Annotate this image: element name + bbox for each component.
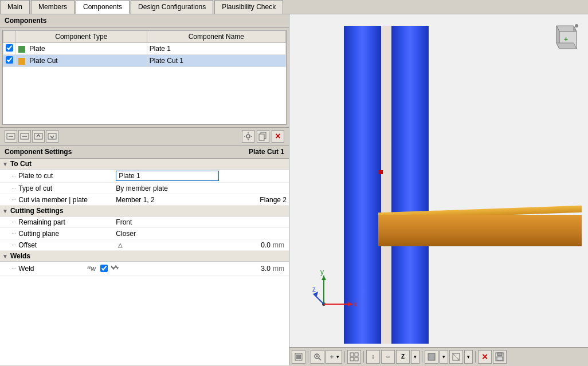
add-component-button[interactable] bbox=[5, 130, 17, 143]
svg-rect-12 bbox=[259, 134, 264, 140]
weld-sub-icon: aw bbox=[87, 263, 96, 273]
svg-rect-48 bbox=[497, 353, 502, 356]
table-row[interactable]: Plate Cut Plate Cut 1 bbox=[3, 55, 286, 67]
svg-marker-27 bbox=[322, 276, 326, 280]
copy-icon bbox=[258, 132, 268, 141]
svg-text:+: + bbox=[564, 36, 568, 44]
copy-button[interactable] bbox=[257, 130, 269, 143]
viewport-bottom-toolbar: ▾ ↕ ↔ Z ▾ bbox=[289, 347, 588, 365]
zoom-dropdown-button[interactable]: ▾ bbox=[326, 350, 342, 364]
row-name-2: Plate Cut 1 bbox=[147, 55, 285, 67]
tab-components[interactable]: Components bbox=[76, 0, 130, 14]
standard-view-button[interactable] bbox=[347, 350, 361, 364]
components-section-header: Components bbox=[0, 14, 289, 27]
tab-plausibility-check[interactable]: Plausibility Check bbox=[214, 0, 283, 14]
move-up-icon bbox=[34, 132, 43, 141]
value-remaining-part: Front bbox=[116, 218, 287, 226]
svg-point-8 bbox=[248, 139, 249, 140]
settings-header: Component Settings Plate Cut 1 bbox=[0, 145, 289, 159]
settings-title: Component Settings bbox=[5, 148, 72, 156]
3d-viewport[interactable]: + bbox=[289, 14, 588, 347]
label-cutting-plane: Cutting plane bbox=[18, 230, 116, 238]
toolbar-left-buttons bbox=[5, 130, 58, 143]
svg-text:y: y bbox=[320, 270, 324, 276]
wireframe-button[interactable] bbox=[449, 350, 463, 364]
navigation-cube[interactable]: + bbox=[548, 20, 582, 54]
z-view-dropdown[interactable]: ▾ bbox=[411, 350, 420, 364]
render-mode-dropdown[interactable]: ▾ bbox=[440, 350, 448, 364]
fit-view-button[interactable] bbox=[292, 350, 305, 364]
weld-checkbox[interactable] bbox=[100, 265, 108, 272]
blue-column-right bbox=[391, 26, 429, 344]
row-check-2[interactable] bbox=[3, 55, 16, 67]
orange-plate-main bbox=[378, 215, 582, 246]
row-check-1[interactable] bbox=[3, 43, 16, 55]
delete-button[interactable]: × bbox=[272, 130, 284, 143]
move-up-button[interactable] bbox=[32, 130, 45, 143]
svg-marker-19 bbox=[556, 43, 577, 49]
separator-2 bbox=[344, 351, 345, 363]
input-plate-to-cut[interactable] bbox=[116, 171, 219, 181]
label-cut-via-member: Cut via member | plate bbox=[18, 196, 116, 204]
wireframe-dropdown[interactable]: ▾ bbox=[464, 350, 473, 364]
weld-symbol-icon bbox=[110, 263, 120, 274]
row-offset: ··· Offset △ 0.0 mm bbox=[0, 239, 289, 251]
remove-component-button[interactable] bbox=[18, 130, 31, 143]
row-cutting-plane: ··· Cutting plane Closer bbox=[0, 228, 289, 239]
column-gap bbox=[381, 26, 391, 344]
zoom-extents-button[interactable] bbox=[311, 350, 324, 364]
red-selection-dot bbox=[379, 170, 383, 174]
svg-point-7 bbox=[248, 132, 249, 133]
tab-design-configurations[interactable]: Design Configurations bbox=[131, 0, 213, 14]
svg-rect-42 bbox=[350, 357, 354, 361]
svg-point-6 bbox=[246, 135, 250, 138]
z-view-button[interactable]: Z bbox=[396, 350, 410, 364]
save-view-button[interactable] bbox=[493, 350, 507, 364]
separator-3 bbox=[363, 351, 364, 363]
toggle-cutting-settings: ▼ bbox=[2, 208, 8, 214]
x-view-button[interactable]: ↕ bbox=[366, 350, 380, 364]
y-view-button[interactable]: ↔ bbox=[381, 350, 395, 364]
svg-rect-40 bbox=[350, 353, 354, 356]
row-type-2: Plate Cut bbox=[16, 55, 147, 67]
label-remaining-part: Remaining part bbox=[18, 218, 116, 226]
group-cutting-settings[interactable]: ▼ Cutting Settings bbox=[0, 206, 289, 217]
table-row[interactable]: Plate Plate 1 bbox=[3, 43, 286, 55]
svg-point-9 bbox=[244, 136, 245, 137]
svg-rect-33 bbox=[296, 355, 301, 359]
components-table: Component Type Component Name Plate Plat bbox=[3, 30, 286, 67]
svg-rect-49 bbox=[497, 357, 503, 360]
settings-button[interactable] bbox=[242, 130, 254, 143]
value-offset: 0.0 bbox=[125, 241, 273, 249]
svg-marker-24 bbox=[348, 302, 352, 306]
row-weld: ··· Weld aw 3.0 mm bbox=[0, 262, 289, 276]
group-welds[interactable]: ▼ Welds bbox=[0, 251, 289, 262]
tab-main[interactable]: Main bbox=[0, 0, 30, 14]
close-view-button[interactable]: ✕ bbox=[478, 350, 492, 364]
components-toolbar: × bbox=[0, 127, 289, 145]
svg-point-21 bbox=[575, 24, 578, 27]
move-down-icon bbox=[48, 132, 57, 141]
unit-weld: mm bbox=[273, 265, 284, 273]
render-mode-button[interactable] bbox=[425, 350, 438, 364]
col-type-header: Component Type bbox=[16, 31, 147, 43]
value-type-of-cut: By member plate bbox=[116, 184, 287, 192]
group-to-cut[interactable]: ▼ To Cut bbox=[0, 159, 289, 170]
toggle-welds: ▼ bbox=[2, 253, 8, 259]
color-indicator-orange bbox=[18, 58, 25, 65]
group-cutting-settings-label: Cutting Settings bbox=[10, 207, 64, 215]
group-welds-label: Welds bbox=[10, 252, 30, 260]
svg-text:x: x bbox=[354, 300, 357, 308]
tab-members[interactable]: Members bbox=[31, 0, 75, 14]
row-plate-to-cut: ··· Plate to cut bbox=[0, 170, 289, 183]
components-empty-area bbox=[3, 67, 286, 124]
remove-icon bbox=[20, 132, 29, 141]
move-down-button[interactable] bbox=[46, 130, 58, 143]
svg-rect-41 bbox=[355, 353, 358, 356]
color-indicator-green bbox=[18, 46, 25, 53]
right-panel: + bbox=[289, 14, 588, 365]
settings-section: Component Settings Plate Cut 1 ▼ To Cut … bbox=[0, 145, 289, 365]
add-icon bbox=[6, 132, 15, 141]
value-cutting-plane: Closer bbox=[116, 230, 287, 238]
label-type-of-cut: Type of cut bbox=[18, 184, 116, 192]
